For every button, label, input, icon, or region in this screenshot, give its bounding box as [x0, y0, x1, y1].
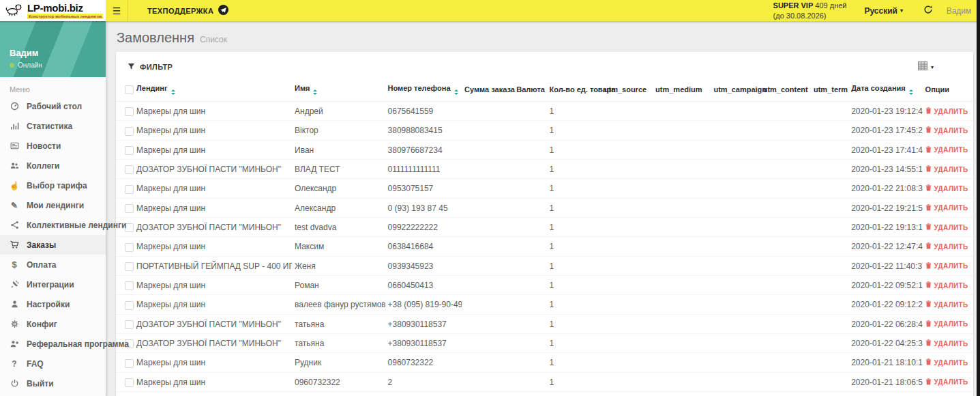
delete-button[interactable]: УДАЛИТЬ	[925, 358, 968, 367]
sidebar-item-integrations-plug[interactable]: Интеграции	[0, 274, 106, 294]
cell-utm-medium	[653, 198, 711, 217]
cell-checkbox	[116, 179, 134, 198]
delete-button[interactable]: УДАЛИТЬ	[925, 223, 968, 231]
row-checkbox[interactable]	[125, 107, 134, 116]
sidebar: Вадим Онлайн Меню Рабочий стол Статистик…	[0, 21, 106, 396]
cell-utm-source	[602, 179, 653, 198]
cell-created: 2020-01-21 18:06:48	[848, 391, 922, 396]
cell-phone: 0 (93) 193 87 45	[385, 198, 462, 217]
filter-button[interactable]: ФИЛЬТР	[128, 63, 173, 72]
cell-utm-medium	[653, 333, 711, 352]
delete-label: УДАЛИТЬ	[934, 262, 968, 270]
cell-name: Рудник	[292, 353, 385, 372]
sidebar-item-stats[interactable]: Статистика	[0, 116, 106, 136]
delete-button[interactable]: УДАЛИТЬ	[925, 242, 968, 251]
sidebar-item-settings-user[interactable]: Настройки	[0, 294, 106, 314]
hamburger-menu-icon[interactable]: ☰	[106, 0, 128, 21]
delete-button[interactable]: УДАЛИТЬ	[925, 165, 968, 173]
cell-name: 0960732322	[292, 391, 385, 396]
cell-phone: +380930118537	[385, 314, 462, 333]
row-checkbox[interactable]	[125, 165, 134, 174]
delete-button[interactable]: УДАЛИТЬ	[925, 107, 968, 115]
row-checkbox[interactable]	[125, 204, 134, 213]
plan-until: (до 30.08.2026)	[773, 12, 827, 20]
delete-button[interactable]: УДАЛИТЬ	[925, 339, 968, 348]
row-checkbox[interactable]	[125, 378, 134, 387]
delete-button[interactable]: УДАЛИТЬ	[925, 320, 968, 328]
order-row: ДОЗАТОР ЗУБНОЇ ПАСТИ "МИНЬОН" татьяна +3…	[116, 314, 973, 333]
cell-order-sum	[462, 179, 514, 198]
sidebar-item-faq-question[interactable]: ? FAQ	[0, 354, 106, 373]
sidebar-item-logout-power[interactable]: Выйти	[0, 373, 106, 393]
order-row: Маркеры для шин Иван 380976687234 1 2020…	[116, 140, 973, 159]
sort-icon[interactable]	[909, 89, 913, 95]
select-all-checkbox[interactable]	[125, 85, 134, 94]
row-checkbox[interactable]	[125, 301, 134, 310]
order-row: ПОРТАТИВНЫЙ ГЕЙМПАД SUP - 400 ИГР В 1 Же…	[116, 256, 973, 275]
sidebar-item-my-landings[interactable]: ✎ Мои лендинги	[0, 195, 106, 215]
sidebar-item-label: Выйти	[27, 379, 54, 388]
menu-section-label: Меню	[0, 77, 106, 96]
cell-name: ВЛАД ТЕСТ	[292, 159, 385, 178]
row-checkbox[interactable]	[125, 127, 134, 136]
delete-button[interactable]: УДАЛИТЬ	[925, 146, 968, 154]
sort-icon[interactable]	[171, 89, 175, 95]
sidebar-item-news[interactable]: Новости	[0, 136, 106, 156]
support-label: ТЕХПОДДЕРЖКА	[147, 7, 213, 15]
sidebar-item-colleagues[interactable]: Коллеги	[0, 156, 106, 175]
row-checkbox[interactable]	[125, 185, 134, 194]
sort-icon[interactable]	[313, 89, 317, 95]
sidebar-item-referral-user-plus[interactable]: Реферальная программа	[0, 334, 106, 354]
delete-button[interactable]: УДАЛИТЬ	[925, 281, 968, 289]
delete-button[interactable]: УДАЛИТЬ	[925, 300, 968, 309]
support-button[interactable]: ТЕХПОДДЕРЖКА	[147, 0, 228, 21]
brand-tagline: Конструктор мобильных лендингов	[27, 14, 103, 19]
sidebar-item-dashboard[interactable]: Рабочий стол	[0, 96, 106, 116]
column-header-name[interactable]: Имя	[292, 82, 385, 102]
delete-label: УДАЛИТЬ	[934, 301, 968, 309]
cell-phone: 2	[385, 391, 462, 396]
delete-label: УДАЛИТЬ	[934, 166, 968, 173]
telegram-icon	[218, 5, 228, 16]
refresh-button[interactable]	[916, 5, 940, 17]
scrollbar-track[interactable]	[977, 0, 980, 396]
row-checkbox[interactable]	[125, 359, 134, 368]
news-icon	[9, 141, 20, 150]
cell-order-sum	[462, 372, 514, 391]
logout-power-icon	[9, 379, 20, 388]
delete-button[interactable]: УДАЛИТЬ	[925, 126, 968, 135]
cell-utm-source	[602, 237, 653, 256]
filter-funnel-icon	[128, 63, 135, 72]
column-header-phone[interactable]: Номер телефона	[385, 82, 462, 102]
delete-button[interactable]: УДАЛИТЬ	[925, 378, 968, 386]
row-checkbox[interactable]	[125, 262, 134, 271]
order-row: Маркеры для шин Андрей 0675641559 1 2020…	[116, 102, 973, 121]
delete-button[interactable]: УДАЛИТЬ	[925, 262, 968, 270]
column-header-created[interactable]: Дата создания	[848, 82, 922, 102]
topbar-user-button[interactable]: Вадим	[941, 6, 977, 16]
language-selector[interactable]: Русский ▾	[864, 6, 903, 16]
sidebar-item-collective-landings-share[interactable]: Коллективные лендинги	[0, 215, 106, 235]
sort-icon[interactable]	[454, 89, 458, 95]
row-checkbox[interactable]	[125, 281, 134, 290]
trash-icon	[925, 107, 932, 115]
trash-icon	[925, 223, 932, 231]
row-checkbox[interactable]	[125, 243, 134, 252]
column-settings-button[interactable]: ▾	[918, 61, 934, 73]
delete-button[interactable]: УДАЛИТЬ	[925, 204, 968, 212]
sidebar-item-config-gear[interactable]: Конфиг	[0, 314, 106, 334]
sidebar-item-payment-dollar[interactable]: $ Оплата	[0, 255, 106, 274]
cell-options: УДАЛИТЬ	[923, 275, 973, 294]
sidebar-item-orders-cart[interactable]: Заказы	[0, 235, 106, 255]
row-checkbox[interactable]	[125, 146, 134, 155]
logo[interactable]: LP-mobi.biz Конструктор мобильных лендин…	[0, 0, 106, 21]
cell-checkbox	[116, 198, 134, 217]
cell-created: 2020-01-22 19:21:58	[848, 198, 922, 217]
sidebar-item-tariff-hand[interactable]: ☝ Выбор тарифа	[0, 175, 106, 195]
cell-utm-source	[602, 217, 653, 236]
cell-landing: Маркеры для шин	[134, 372, 292, 391]
delete-button[interactable]: УДАЛИТЬ	[925, 184, 968, 193]
column-header-landing[interactable]: Лендинг	[134, 82, 292, 102]
row-checkbox[interactable]	[125, 320, 134, 329]
cell-utm-content	[760, 217, 811, 236]
